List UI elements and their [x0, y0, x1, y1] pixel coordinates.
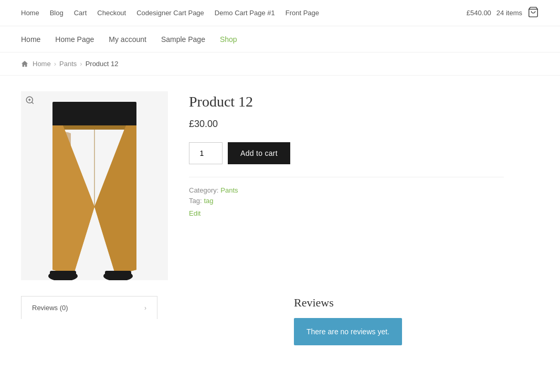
- top-nav-checkout[interactable]: Checkout: [97, 9, 126, 17]
- cart-basket-icon: [527, 6, 539, 18]
- svg-line-2: [31, 102, 33, 103]
- product-details-column: Product 12 £30.00 Add to cart Category: …: [189, 91, 504, 280]
- breadcrumb-sep-2: ›: [80, 60, 82, 68]
- category-value[interactable]: Pants: [220, 186, 238, 194]
- breadcrumb-home[interactable]: Home: [33, 60, 51, 68]
- main-nav-home[interactable]: Home: [21, 35, 40, 44]
- reviews-sidebar: Reviews (0) ›: [21, 296, 157, 319]
- top-navigation: Home Blog Cart Checkout Codesigner Cart …: [0, 0, 560, 26]
- svg-rect-11: [105, 271, 131, 278]
- reviews-tab-label: Reviews (0): [32, 304, 68, 312]
- main-nav-homepage[interactable]: Home Page: [55, 35, 94, 44]
- cart-summary: £540.00 24 items: [467, 6, 539, 19]
- breadcrumb-current: Product 12: [86, 60, 119, 68]
- tag-value[interactable]: tag: [204, 197, 213, 205]
- main-nav-myaccount[interactable]: My account: [109, 35, 146, 44]
- product-section: Product 12 £30.00 Add to cart Category: …: [0, 76, 525, 296]
- no-reviews-text: There are no reviews yet.: [307, 327, 389, 336]
- top-nav-links: Home Blog Cart Checkout Codesigner Cart …: [21, 9, 319, 17]
- reviews-section: Reviews (0) › Reviews There are no revie…: [0, 296, 560, 366]
- quantity-input[interactable]: [189, 142, 223, 164]
- no-reviews-banner: There are no reviews yet.: [294, 318, 402, 345]
- main-navigation: Home Home Page My account Sample Page Sh…: [0, 26, 560, 52]
- main-nav-shop[interactable]: Shop: [220, 35, 237, 44]
- svg-rect-6: [52, 125, 136, 130]
- cart-total: £540.00: [467, 9, 491, 17]
- svg-rect-9: [50, 271, 76, 278]
- reviews-title: Reviews: [294, 296, 402, 310]
- product-category: Category: Pants: [189, 186, 504, 194]
- home-icon: [21, 60, 28, 68]
- add-to-cart-row: Add to cart: [189, 142, 504, 164]
- category-label: Category:: [189, 186, 218, 194]
- product-price: £30.00: [189, 119, 504, 130]
- product-image-column: [21, 91, 168, 280]
- top-nav-cart[interactable]: Cart: [74, 9, 87, 17]
- breadcrumb: Home › Pants › Product 12: [0, 52, 560, 76]
- chevron-right-icon: ›: [144, 304, 146, 312]
- product-meta: Category: Pants Tag: tag Edit: [189, 177, 504, 217]
- reviews-tab[interactable]: Reviews (0) ›: [21, 296, 157, 319]
- product-pants-svg: [31, 102, 157, 280]
- top-nav-codesigner[interactable]: Codesigner Cart Page: [136, 9, 204, 17]
- breadcrumb-category[interactable]: Pants: [59, 60, 77, 68]
- svg-rect-5: [52, 102, 136, 128]
- top-nav-blog[interactable]: Blog: [50, 9, 64, 17]
- main-nav-samplepage[interactable]: Sample Page: [161, 35, 205, 44]
- reviews-layout: Reviews (0) › Reviews There are no revie…: [21, 296, 539, 345]
- top-nav-home[interactable]: Home: [21, 9, 39, 17]
- add-to-cart-button[interactable]: Add to cart: [228, 142, 290, 164]
- reviews-content: Reviews There are no reviews yet.: [294, 296, 402, 345]
- zoom-button[interactable]: [25, 96, 35, 107]
- product-image: [21, 91, 168, 280]
- cart-icon-button[interactable]: [527, 6, 539, 19]
- product-title: Product 12: [189, 93, 504, 110]
- cart-item-count: 24 items: [496, 9, 522, 17]
- product-edit-wrap: Edit: [189, 209, 504, 217]
- zoom-in-icon: [25, 96, 35, 105]
- edit-link[interactable]: Edit: [189, 209, 200, 217]
- tag-label: Tag:: [189, 197, 202, 205]
- product-tag: Tag: tag: [189, 196, 504, 205]
- top-nav-frontpage[interactable]: Front Page: [286, 9, 319, 17]
- top-nav-demo[interactable]: Demo Cart Page #1: [215, 9, 275, 17]
- breadcrumb-sep-1: ›: [54, 60, 56, 68]
